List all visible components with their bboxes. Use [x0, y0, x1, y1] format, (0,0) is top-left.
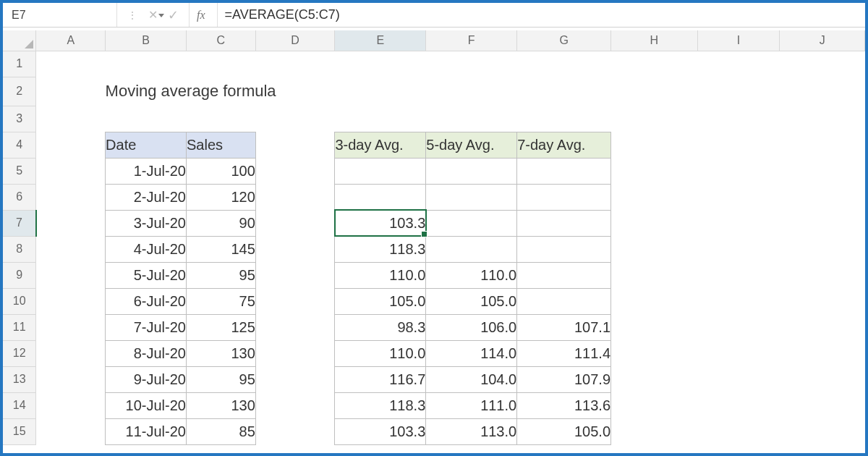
cell-date[interactable]: 5-Jul-20 — [106, 262, 187, 288]
cell[interactable] — [517, 77, 611, 106]
cell[interactable] — [780, 236, 865, 262]
cell[interactable] — [255, 51, 335, 77]
cell[interactable] — [255, 236, 335, 262]
cell[interactable] — [697, 392, 780, 418]
cell[interactable] — [780, 366, 865, 392]
header-3day[interactable]: 3-day Avg. — [335, 132, 426, 158]
cell[interactable] — [697, 210, 780, 236]
cell[interactable] — [611, 288, 698, 314]
cell-5day[interactable]: 111.0 — [426, 392, 517, 418]
cell-sales[interactable]: 125 — [186, 314, 255, 340]
cell-sales[interactable]: 120 — [186, 184, 255, 210]
cell[interactable] — [426, 77, 517, 106]
cell[interactable] — [36, 288, 106, 314]
cell-date[interactable]: 7-Jul-20 — [106, 314, 187, 340]
formula-input[interactable] — [218, 3, 865, 27]
row-header[interactable]: 12 — [3, 340, 36, 366]
cell[interactable] — [186, 51, 255, 77]
cell[interactable] — [780, 314, 865, 340]
cell-7day[interactable] — [517, 210, 611, 236]
cell-5day[interactable] — [426, 210, 517, 236]
accept-formula-icon[interactable]: ✓ — [168, 7, 179, 23]
col-header[interactable]: B — [106, 30, 187, 51]
cell[interactable] — [517, 51, 611, 77]
cell[interactable] — [36, 366, 106, 392]
col-header[interactable]: J — [780, 30, 865, 51]
cell[interactable] — [426, 106, 517, 132]
cell[interactable] — [780, 262, 865, 288]
col-header[interactable]: C — [186, 30, 255, 51]
cell[interactable] — [697, 77, 780, 106]
cell-5day[interactable]: 105.0 — [426, 288, 517, 314]
cell[interactable] — [255, 366, 335, 392]
cell[interactable] — [36, 262, 106, 288]
row-header[interactable]: 9 — [3, 262, 36, 288]
cell[interactable] — [780, 210, 865, 236]
cell[interactable] — [611, 418, 698, 444]
cell[interactable] — [611, 184, 698, 210]
cell[interactable] — [697, 314, 780, 340]
cell-7day[interactable] — [517, 262, 611, 288]
grid[interactable]: A B C D E F G H I J 1 — [3, 30, 865, 445]
cell[interactable] — [697, 236, 780, 262]
row-header[interactable]: 11 — [3, 314, 36, 340]
cell-3day[interactable] — [335, 184, 426, 210]
cell-7day[interactable] — [517, 158, 611, 184]
cell[interactable] — [36, 314, 106, 340]
cell-sales[interactable]: 145 — [186, 236, 255, 262]
cell[interactable] — [36, 132, 106, 158]
cell[interactable] — [611, 392, 698, 418]
cell-date[interactable]: 9-Jul-20 — [106, 366, 187, 392]
cell[interactable] — [36, 236, 106, 262]
cell-7day[interactable] — [517, 236, 611, 262]
cell[interactable] — [106, 106, 187, 132]
row-header[interactable]: 3 — [3, 106, 36, 132]
cell[interactable] — [697, 418, 780, 444]
cell-date[interactable]: 11-Jul-20 — [106, 418, 187, 444]
worksheet[interactable]: A B C D E F G H I J 1 — [3, 30, 865, 453]
cell[interactable] — [255, 314, 335, 340]
cell[interactable] — [780, 392, 865, 418]
cell[interactable] — [611, 262, 698, 288]
row-header[interactable]: 1 — [3, 51, 36, 77]
cell[interactable] — [697, 340, 780, 366]
cell[interactable] — [36, 77, 106, 106]
cell-sales[interactable]: 90 — [186, 210, 255, 236]
cell[interactable] — [697, 132, 780, 158]
row-header[interactable]: 7 — [3, 210, 36, 236]
row-header[interactable]: 5 — [3, 158, 36, 184]
cell-sales[interactable]: 130 — [186, 392, 255, 418]
cell[interactable] — [255, 158, 335, 184]
cell-sales[interactable]: 130 — [186, 340, 255, 366]
cell[interactable] — [611, 236, 698, 262]
cell-sales[interactable]: 95 — [186, 262, 255, 288]
cell-sales[interactable]: 95 — [186, 366, 255, 392]
cell-7day[interactable]: 107.1 — [517, 314, 611, 340]
cell[interactable] — [697, 288, 780, 314]
cell[interactable] — [36, 184, 106, 210]
cell[interactable] — [697, 366, 780, 392]
cell[interactable] — [255, 106, 335, 132]
cell-5day[interactable]: 106.0 — [426, 314, 517, 340]
cell[interactable] — [780, 106, 865, 132]
cell-3day[interactable]: 118.3 — [335, 236, 426, 262]
cell[interactable] — [36, 51, 106, 77]
title-cell[interactable]: Moving average formula — [106, 77, 426, 106]
cell-5day[interactable]: 114.0 — [426, 340, 517, 366]
row-header[interactable]: 4 — [3, 132, 36, 158]
cell-sales[interactable]: 100 — [186, 158, 255, 184]
col-header[interactable]: F — [426, 30, 517, 51]
row-header[interactable]: 6 — [3, 184, 36, 210]
name-box[interactable] — [10, 8, 158, 22]
name-box-dropdown-icon[interactable] — [158, 9, 165, 22]
cell[interactable] — [780, 158, 865, 184]
cell[interactable] — [697, 106, 780, 132]
cell[interactable] — [255, 132, 335, 158]
col-header[interactable]: E — [335, 30, 426, 51]
cell-5day[interactable] — [426, 158, 517, 184]
cell[interactable] — [255, 418, 335, 444]
col-header[interactable]: H — [611, 30, 698, 51]
row-header[interactable]: 15 — [3, 418, 36, 444]
header-5day[interactable]: 5-day Avg. — [426, 132, 517, 158]
cell[interactable] — [780, 418, 865, 444]
